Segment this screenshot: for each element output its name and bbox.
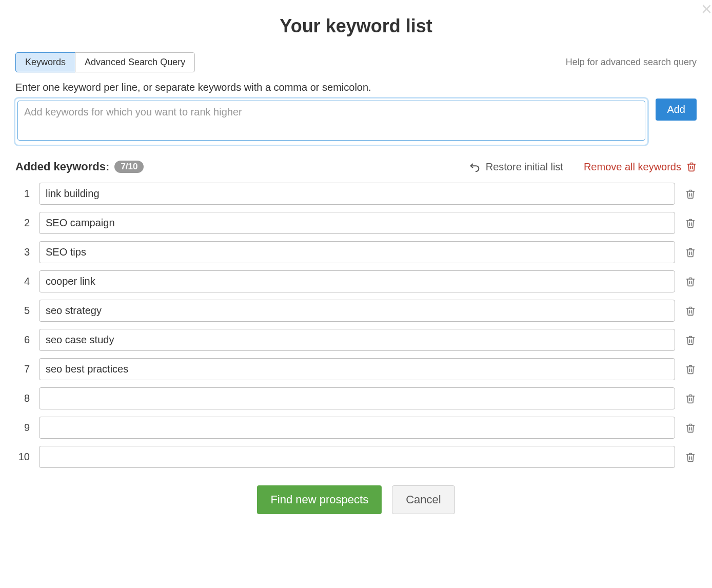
- keyword-input[interactable]: [39, 446, 675, 468]
- tab-group: Keywords Advanced Search Query: [15, 52, 195, 72]
- cancel-button[interactable]: Cancel: [392, 485, 454, 514]
- delete-keyword-button[interactable]: [684, 275, 697, 288]
- delete-keyword-button[interactable]: [684, 246, 697, 259]
- keyword-row-number: 2: [15, 217, 30, 229]
- tab-advanced-search-query[interactable]: Advanced Search Query: [75, 52, 195, 72]
- keyword-row: 5: [15, 300, 697, 322]
- keyword-textarea-wrap: [15, 99, 647, 145]
- trash-icon: [685, 393, 696, 404]
- close-icon[interactable]: ×: [701, 0, 712, 18]
- add-button[interactable]: Add: [656, 99, 697, 121]
- help-advanced-search-link[interactable]: Help for advanced search query: [566, 57, 697, 68]
- tab-keywords[interactable]: Keywords: [15, 52, 75, 72]
- keyword-input[interactable]: [39, 417, 675, 439]
- trash-icon: [685, 188, 696, 200]
- remove-all-keywords-button[interactable]: Remove all keywords: [584, 161, 697, 173]
- keyword-row-number: 1: [15, 188, 30, 200]
- find-new-prospects-button[interactable]: Find new prospects: [257, 485, 382, 514]
- delete-keyword-button[interactable]: [684, 450, 697, 464]
- trash-icon: [686, 161, 697, 172]
- keyword-input[interactable]: [39, 183, 675, 205]
- trash-icon: [685, 452, 696, 463]
- trash-icon: [685, 335, 696, 346]
- delete-keyword-button[interactable]: [684, 421, 697, 435]
- keyword-row: 9: [15, 417, 697, 439]
- instruction-text: Enter one keyword per line, or separate …: [15, 82, 697, 93]
- restore-label: Restore initial list: [486, 161, 563, 173]
- trash-icon: [685, 364, 696, 375]
- keyword-row-number: 5: [15, 305, 30, 317]
- keyword-input[interactable]: [39, 270, 675, 292]
- restore-initial-list-button[interactable]: Restore initial list: [469, 161, 563, 173]
- delete-keyword-button[interactable]: [684, 334, 697, 347]
- keyword-row-number: 7: [15, 363, 30, 375]
- keyword-row: 6: [15, 329, 697, 351]
- keyword-input[interactable]: [39, 212, 675, 234]
- undo-icon: [469, 161, 481, 172]
- keyword-row-number: 10: [15, 451, 30, 463]
- page-title: Your keyword list: [15, 15, 697, 37]
- delete-keyword-button[interactable]: [684, 304, 697, 318]
- keyword-input[interactable]: [39, 241, 675, 263]
- delete-keyword-button[interactable]: [684, 392, 697, 405]
- trash-icon: [685, 305, 696, 317]
- keyword-row: 1: [15, 183, 697, 205]
- keyword-input[interactable]: [39, 387, 675, 409]
- trash-icon: [685, 218, 696, 229]
- keyword-row: 4: [15, 270, 697, 292]
- delete-keyword-button[interactable]: [684, 363, 697, 376]
- trash-icon: [685, 247, 696, 258]
- keyword-row: 10: [15, 446, 697, 468]
- delete-keyword-button[interactable]: [684, 187, 697, 201]
- keyword-row: 7: [15, 358, 697, 380]
- keyword-row-number: 6: [15, 334, 30, 346]
- keyword-row: 3: [15, 241, 697, 263]
- trash-icon: [685, 422, 696, 434]
- keyword-count-badge: 7/10: [114, 161, 144, 173]
- keyword-row-number: 3: [15, 246, 30, 258]
- trash-icon: [685, 276, 696, 287]
- remove-all-label: Remove all keywords: [584, 161, 681, 173]
- keyword-row-number: 8: [15, 393, 30, 404]
- keyword-input[interactable]: [39, 300, 675, 322]
- keyword-textarea[interactable]: [17, 101, 645, 141]
- added-keywords-label: Added keywords:: [15, 160, 109, 173]
- keyword-row: 8: [15, 387, 697, 409]
- keyword-input[interactable]: [39, 358, 675, 380]
- keyword-row-number: 9: [15, 422, 30, 434]
- keyword-row: 2: [15, 212, 697, 234]
- delete-keyword-button[interactable]: [684, 217, 697, 230]
- keyword-input[interactable]: [39, 329, 675, 351]
- keyword-row-number: 4: [15, 276, 30, 287]
